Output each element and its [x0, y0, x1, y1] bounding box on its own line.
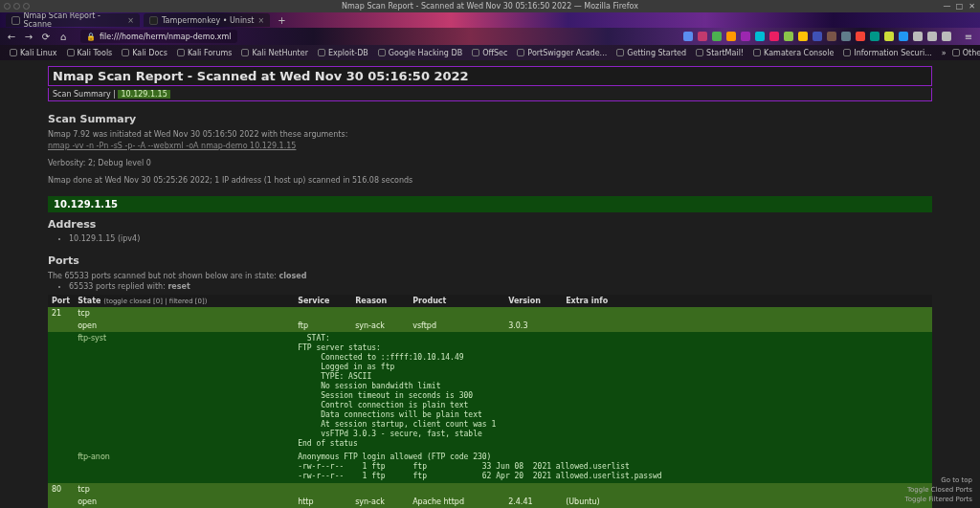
- menu-button[interactable]: ≡: [963, 32, 974, 42]
- lock-icon: 🔒: [86, 33, 96, 41]
- extension-icon[interactable]: [798, 32, 808, 41]
- port-row[interactable]: 21tcp: [48, 307, 932, 320]
- extension-icon[interactable]: [769, 32, 779, 41]
- script-output: Anonymous FTP login allowed (FTP code 23…: [298, 453, 928, 481]
- bookmark-item[interactable]: Getting Started: [616, 49, 686, 57]
- back-button[interactable]: ←: [6, 32, 17, 42]
- link-toggle-closed[interactable]: Toggle Closed Ports: [905, 486, 972, 495]
- ports-heading: Ports: [48, 254, 932, 267]
- tab-close-icon[interactable]: ×: [127, 16, 134, 25]
- extension-icon[interactable]: [741, 32, 750, 41]
- bookmark-icon: [753, 49, 761, 56]
- window-maximize-button[interactable]: □: [954, 2, 965, 11]
- favicon-icon: [149, 16, 158, 25]
- bookmark-icon: [517, 49, 524, 56]
- bookmark-item[interactable]: Kali Forums: [177, 49, 233, 57]
- bookmark-icon: [843, 49, 851, 56]
- extension-icon[interactable]: [856, 32, 865, 41]
- window-titlebar: Nmap Scan Report - Scanned at Wed Nov 30…: [0, 0, 980, 12]
- extension-icon[interactable]: [870, 32, 880, 41]
- host-header[interactable]: 10.129.1.15: [48, 196, 932, 212]
- window-title: Nmap Scan Report - Scanned at Wed Nov 30…: [342, 2, 638, 11]
- extension-icon[interactable]: [683, 32, 693, 41]
- bookmark-icon: [696, 49, 703, 56]
- report-title: Nmap Scan Report - Scanned at Wed Nov 30…: [53, 69, 927, 83]
- nmap-command: nmap -vv -n -Pn -sS -p- -A --webxml -oA …: [48, 141, 932, 152]
- extension-icon[interactable]: [841, 32, 851, 41]
- scan-summary-link[interactable]: Scan Summary: [53, 90, 111, 99]
- home-button[interactable]: ⌂: [57, 32, 69, 42]
- link-toggle-filtered[interactable]: Toggle Filtered Ports: [905, 496, 972, 504]
- forward-button[interactable]: →: [23, 32, 34, 42]
- extension-icons: [683, 32, 951, 41]
- tab-strip: Nmap Scan Report - Scanne × Tampermonkey…: [0, 12, 980, 28]
- extension-icon[interactable]: [755, 32, 765, 41]
- new-tab-button[interactable]: +: [278, 15, 285, 26]
- window-close-button[interactable]: ✕: [967, 2, 977, 11]
- reload-button[interactable]: ⟳: [40, 32, 52, 42]
- th-service: Service: [294, 295, 351, 307]
- bookmark-icon: [616, 49, 624, 56]
- bookmark-item[interactable]: StartMail!: [696, 49, 744, 57]
- bookmark-item[interactable]: Kamatera Console: [753, 49, 834, 57]
- report-header: Nmap Scan Report - Scanned at Wed Nov 30…: [48, 66, 932, 86]
- page-content: Nmap Scan Report - Scanned at Wed Nov 30…: [0, 60, 980, 508]
- bookmark-folder-other[interactable]: Other Bookmarks: [952, 49, 980, 57]
- bookmark-item[interactable]: Exploit-DB: [318, 49, 368, 57]
- report-subhead: Scan Summary | 10.129.1.15: [48, 88, 932, 101]
- script-name: ftp-syst: [74, 332, 294, 451]
- bookmarks-overflow[interactable]: »: [942, 49, 947, 57]
- window-minimize-button[interactable]: —: [942, 2, 952, 11]
- tab-label: Tampermonkey • Uninst: [162, 16, 255, 25]
- footer-links: Go to top Toggle Closed Ports Toggle Fil…: [905, 475, 972, 504]
- bookmark-icon: [122, 49, 129, 56]
- script-output: STAT: FTP server status: Connected to ::…: [298, 334, 928, 449]
- extension-icon[interactable]: [712, 32, 722, 41]
- tab-nmap-report[interactable]: Nmap Scan Report - Scanne ×: [6, 13, 140, 27]
- scan-summary-ip[interactable]: 10.129.1.15: [118, 90, 169, 99]
- bookmark-icon: [378, 49, 386, 56]
- address-heading: Address: [48, 218, 932, 231]
- extension-icon[interactable]: [813, 32, 822, 41]
- bookmark-item[interactable]: Kali NetHunter: [241, 49, 308, 57]
- extension-icon[interactable]: [913, 32, 923, 41]
- extension-icon[interactable]: [726, 32, 736, 41]
- bookmark-item[interactable]: Kali Tools: [67, 49, 113, 57]
- extension-icon[interactable]: [884, 32, 894, 41]
- scan-summary-heading: Scan Summary: [48, 113, 932, 125]
- extension-icon[interactable]: [899, 32, 908, 41]
- url-bar[interactable]: 🔒 file:///home/herm/nmap-demo.xml: [80, 30, 237, 43]
- nav-bar: ← → ⟳ ⌂ 🔒 file:///home/herm/nmap-demo.xm…: [0, 28, 980, 45]
- th-version: Version: [504, 295, 562, 307]
- port-detail-row: openhttpsyn-ackApache httpd2.4.41(Ubuntu…: [48, 496, 932, 508]
- bookmarks-bar: Kali LinuxKali ToolsKali DocsKali Forums…: [0, 45, 980, 60]
- tab-tampermonkey[interactable]: Tampermonkey • Uninst ×: [144, 13, 270, 27]
- bookmark-item[interactable]: PortSwigger Acade...: [517, 49, 607, 57]
- extension-icon[interactable]: [827, 32, 836, 41]
- bookmark-item[interactable]: Google Hacking DB: [378, 49, 462, 57]
- extension-icon[interactable]: [784, 32, 793, 41]
- link-go-to-top[interactable]: Go to top: [905, 476, 972, 485]
- bookmark-item[interactable]: OffSec: [472, 49, 507, 57]
- folder-icon: [952, 49, 960, 56]
- th-product: Product: [409, 295, 504, 307]
- extension-icon[interactable]: [927, 32, 937, 41]
- tab-label: Nmap Scan Report - Scanne: [24, 11, 124, 29]
- bookmark-item[interactable]: Kali Linux: [10, 49, 57, 57]
- bookmark-item[interactable]: Information Securi...: [843, 49, 931, 57]
- favicon-icon: [11, 16, 20, 25]
- ports-reply-item: 65533 ports replied with: reset: [69, 282, 932, 291]
- extension-icon[interactable]: [942, 32, 951, 41]
- script-row: ftp-syst STAT: FTP server status: Connec…: [48, 332, 932, 451]
- bookmark-icon: [318, 49, 325, 56]
- extension-icon[interactable]: [698, 32, 707, 41]
- script-name: ftp-anon: [74, 451, 294, 483]
- bookmark-icon: [177, 49, 185, 56]
- th-state[interactable]: State (toggle closed [0] | filtered [0]): [74, 295, 294, 307]
- scan-summary-info: Nmap 7.92 was initiated at Wed Nov 30 05…: [48, 129, 932, 187]
- url-text: file:///home/herm/nmap-demo.xml: [100, 33, 232, 41]
- bookmark-item[interactable]: Kali Docs: [122, 49, 167, 57]
- bookmark-icon: [472, 49, 479, 56]
- port-row[interactable]: 80tcp: [48, 483, 932, 496]
- tab-close-icon[interactable]: ×: [258, 16, 265, 25]
